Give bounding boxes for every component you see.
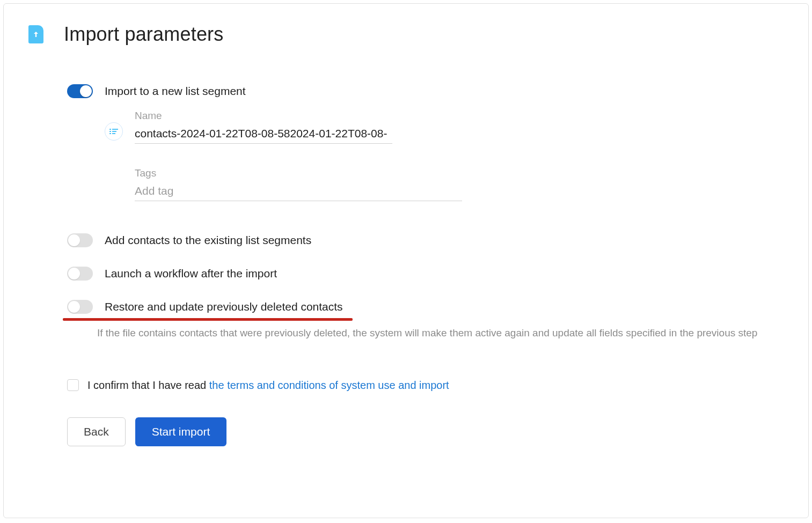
toggle-label-restore: Restore and update previously deleted co…: [105, 300, 343, 313]
toggle-knob: [80, 85, 92, 97]
toggle-label-launch-workflow: Launch a workflow after the import: [105, 267, 277, 280]
tags-input[interactable]: [135, 182, 462, 201]
segment-icon: [105, 122, 123, 141]
toggle-row-new-segment: Import to a new list segment: [67, 84, 762, 98]
confirm-row: I confirm that I have read the terms and…: [67, 379, 762, 392]
toggle-new-segment[interactable]: [67, 84, 93, 98]
toggle-label-new-segment: Import to a new list segment: [105, 85, 246, 98]
confirm-text: I confirm that I have read the terms and…: [87, 379, 449, 392]
restore-wrap: Restore and update previously deleted co…: [67, 300, 762, 341]
terms-link[interactable]: the terms and conditions of system use a…: [209, 379, 449, 391]
toggle-knob: [68, 268, 80, 279]
restore-annotation-underline: [63, 318, 353, 321]
svg-rect-2: [109, 131, 111, 132]
svg-rect-1: [112, 129, 118, 130]
page-header: Import parameters: [28, 23, 784, 46]
page-title: Import parameters: [64, 23, 224, 46]
name-input[interactable]: [135, 125, 392, 144]
toggle-restore-deleted[interactable]: [67, 300, 93, 314]
name-label: Name: [135, 110, 392, 122]
toggle-row-restore: Restore and update previously deleted co…: [67, 300, 762, 314]
toggle-add-existing[interactable]: [67, 233, 93, 247]
options-block: Add contacts to the existing list segmen…: [67, 233, 762, 341]
restore-description: If the file contains contacts that were …: [67, 326, 762, 341]
svg-rect-0: [109, 129, 111, 130]
name-field: Name: [135, 110, 392, 144]
toggle-label-add-existing: Add contacts to the existing list segmen…: [105, 234, 311, 247]
svg-rect-3: [112, 131, 116, 132]
toggle-row-launch-workflow: Launch a workflow after the import: [67, 267, 762, 281]
toggle-knob: [68, 234, 80, 246]
toggle-row-add-existing: Add contacts to the existing list segmen…: [67, 233, 762, 247]
confirm-checkbox[interactable]: [67, 379, 79, 391]
tags-field: Tags: [135, 167, 462, 201]
svg-rect-5: [112, 133, 115, 134]
new-segment-fields: Name Tags: [67, 110, 762, 201]
import-parameters-card: Import parameters Import to a new list s…: [3, 3, 809, 518]
toggle-knob: [68, 301, 80, 313]
confirm-prefix: I confirm that I have read: [87, 379, 209, 391]
button-row: Back Start import: [67, 417, 762, 446]
tags-label: Tags: [135, 167, 462, 179]
start-import-button[interactable]: Start import: [135, 417, 227, 446]
toggle-launch-workflow[interactable]: [67, 267, 93, 281]
upload-document-icon: [28, 25, 43, 43]
back-button[interactable]: Back: [67, 417, 126, 446]
svg-rect-4: [109, 133, 111, 134]
